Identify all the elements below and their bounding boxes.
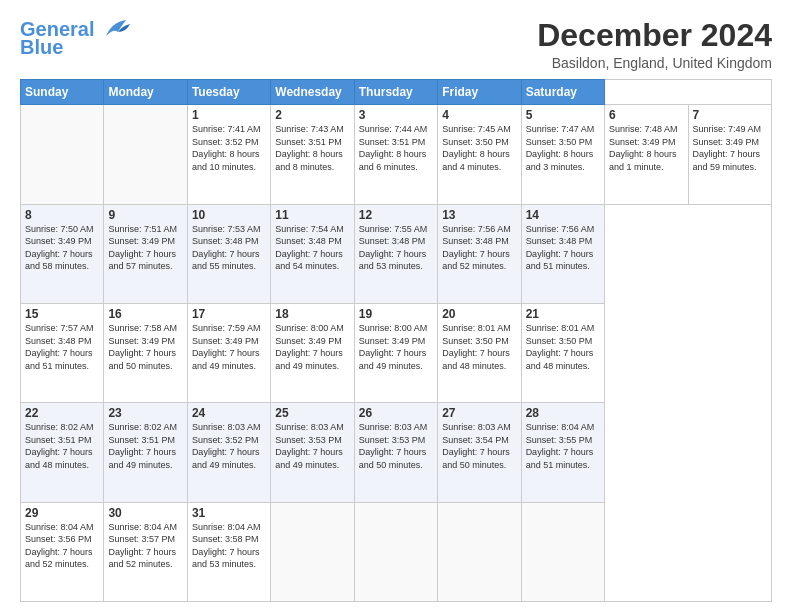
day-info: Sunrise: 7:54 AMSunset: 3:48 PMDaylight:… — [275, 223, 349, 273]
calendar-day-cell: 25Sunrise: 8:03 AMSunset: 3:53 PMDayligh… — [271, 403, 354, 502]
calendar-week-row: 29Sunrise: 8:04 AMSunset: 3:56 PMDayligh… — [21, 502, 772, 601]
logo: General Blue — [20, 18, 130, 59]
calendar-header-row: SundayMondayTuesdayWednesdayThursdayFrid… — [21, 80, 772, 105]
calendar-day-cell: 27Sunrise: 8:03 AMSunset: 3:54 PMDayligh… — [438, 403, 521, 502]
day-info: Sunrise: 7:44 AMSunset: 3:51 PMDaylight:… — [359, 123, 433, 173]
day-number: 25 — [275, 406, 349, 420]
calendar-day-cell — [271, 502, 354, 601]
day-info: Sunrise: 7:58 AMSunset: 3:49 PMDaylight:… — [108, 322, 182, 372]
day-number: 20 — [442, 307, 516, 321]
day-number: 28 — [526, 406, 600, 420]
day-info: Sunrise: 8:00 AMSunset: 3:49 PMDaylight:… — [275, 322, 349, 372]
day-number: 29 — [25, 506, 99, 520]
calendar-week-row: 1Sunrise: 7:41 AMSunset: 3:52 PMDaylight… — [21, 105, 772, 204]
calendar-day-cell: 2Sunrise: 7:43 AMSunset: 3:51 PMDaylight… — [271, 105, 354, 204]
calendar-day-cell: 19Sunrise: 8:00 AMSunset: 3:49 PMDayligh… — [354, 303, 437, 402]
day-info: Sunrise: 8:04 AMSunset: 3:57 PMDaylight:… — [108, 521, 182, 571]
day-info: Sunrise: 7:56 AMSunset: 3:48 PMDaylight:… — [442, 223, 516, 273]
day-number: 9 — [108, 208, 182, 222]
calendar-day-cell — [21, 105, 104, 204]
calendar-day-cell — [104, 105, 187, 204]
weekday-header: Tuesday — [187, 80, 270, 105]
day-number: 11 — [275, 208, 349, 222]
day-number: 4 — [442, 108, 516, 122]
day-info: Sunrise: 7:56 AMSunset: 3:48 PMDaylight:… — [526, 223, 600, 273]
day-info: Sunrise: 8:00 AMSunset: 3:49 PMDaylight:… — [359, 322, 433, 372]
calendar-day-cell: 9Sunrise: 7:51 AMSunset: 3:49 PMDaylight… — [104, 204, 187, 303]
day-number: 1 — [192, 108, 266, 122]
day-number: 6 — [609, 108, 683, 122]
day-number: 12 — [359, 208, 433, 222]
calendar-day-cell: 15Sunrise: 7:57 AMSunset: 3:48 PMDayligh… — [21, 303, 104, 402]
calendar-day-cell: 28Sunrise: 8:04 AMSunset: 3:55 PMDayligh… — [521, 403, 604, 502]
day-info: Sunrise: 8:01 AMSunset: 3:50 PMDaylight:… — [526, 322, 600, 372]
day-info: Sunrise: 7:59 AMSunset: 3:49 PMDaylight:… — [192, 322, 266, 372]
day-info: Sunrise: 7:50 AMSunset: 3:49 PMDaylight:… — [25, 223, 99, 273]
day-info: Sunrise: 8:02 AMSunset: 3:51 PMDaylight:… — [108, 421, 182, 471]
title-section: December 2024 Basildon, England, United … — [537, 18, 772, 71]
calendar-day-cell: 20Sunrise: 8:01 AMSunset: 3:50 PMDayligh… — [438, 303, 521, 402]
day-number: 27 — [442, 406, 516, 420]
calendar-day-cell: 13Sunrise: 7:56 AMSunset: 3:48 PMDayligh… — [438, 204, 521, 303]
day-info: Sunrise: 7:48 AMSunset: 3:49 PMDaylight:… — [609, 123, 683, 173]
day-number: 23 — [108, 406, 182, 420]
calendar-day-cell: 18Sunrise: 8:00 AMSunset: 3:49 PMDayligh… — [271, 303, 354, 402]
day-number: 7 — [693, 108, 768, 122]
calendar-day-cell: 16Sunrise: 7:58 AMSunset: 3:49 PMDayligh… — [104, 303, 187, 402]
weekday-header: Saturday — [521, 80, 604, 105]
day-info: Sunrise: 8:03 AMSunset: 3:54 PMDaylight:… — [442, 421, 516, 471]
calendar-day-cell: 23Sunrise: 8:02 AMSunset: 3:51 PMDayligh… — [104, 403, 187, 502]
subtitle: Basildon, England, United Kingdom — [537, 55, 772, 71]
day-info: Sunrise: 8:03 AMSunset: 3:52 PMDaylight:… — [192, 421, 266, 471]
day-number: 19 — [359, 307, 433, 321]
calendar-day-cell: 1Sunrise: 7:41 AMSunset: 3:52 PMDaylight… — [187, 105, 270, 204]
calendar-day-cell: 17Sunrise: 7:59 AMSunset: 3:49 PMDayligh… — [187, 303, 270, 402]
day-info: Sunrise: 7:57 AMSunset: 3:48 PMDaylight:… — [25, 322, 99, 372]
calendar-day-cell: 29Sunrise: 8:04 AMSunset: 3:56 PMDayligh… — [21, 502, 104, 601]
main-title: December 2024 — [537, 18, 772, 53]
day-info: Sunrise: 8:04 AMSunset: 3:58 PMDaylight:… — [192, 521, 266, 571]
day-number: 30 — [108, 506, 182, 520]
day-info: Sunrise: 7:55 AMSunset: 3:48 PMDaylight:… — [359, 223, 433, 273]
day-number: 26 — [359, 406, 433, 420]
day-number: 21 — [526, 307, 600, 321]
weekday-header: Sunday — [21, 80, 104, 105]
weekday-header: Wednesday — [271, 80, 354, 105]
weekday-header: Friday — [438, 80, 521, 105]
calendar-day-cell: 5Sunrise: 7:47 AMSunset: 3:50 PMDaylight… — [521, 105, 604, 204]
day-number: 18 — [275, 307, 349, 321]
calendar-day-cell: 10Sunrise: 7:53 AMSunset: 3:48 PMDayligh… — [187, 204, 270, 303]
calendar-day-cell — [438, 502, 521, 601]
day-number: 17 — [192, 307, 266, 321]
calendar-table: SundayMondayTuesdayWednesdayThursdayFrid… — [20, 79, 772, 602]
calendar-day-cell: 7Sunrise: 7:49 AMSunset: 3:49 PMDaylight… — [688, 105, 772, 204]
day-number: 31 — [192, 506, 266, 520]
day-info: Sunrise: 8:04 AMSunset: 3:55 PMDaylight:… — [526, 421, 600, 471]
day-number: 13 — [442, 208, 516, 222]
calendar-day-cell — [521, 502, 604, 601]
day-info: Sunrise: 8:03 AMSunset: 3:53 PMDaylight:… — [275, 421, 349, 471]
header: General Blue December 2024 Basildon, Eng… — [20, 18, 772, 71]
day-info: Sunrise: 7:51 AMSunset: 3:49 PMDaylight:… — [108, 223, 182, 273]
logo-bird-icon — [98, 18, 130, 40]
logo-blue: Blue — [20, 36, 63, 59]
calendar-day-cell: 8Sunrise: 7:50 AMSunset: 3:49 PMDaylight… — [21, 204, 104, 303]
day-info: Sunrise: 7:43 AMSunset: 3:51 PMDaylight:… — [275, 123, 349, 173]
day-info: Sunrise: 8:04 AMSunset: 3:56 PMDaylight:… — [25, 521, 99, 571]
day-info: Sunrise: 7:53 AMSunset: 3:48 PMDaylight:… — [192, 223, 266, 273]
weekday-header: Thursday — [354, 80, 437, 105]
calendar-day-cell: 31Sunrise: 8:04 AMSunset: 3:58 PMDayligh… — [187, 502, 270, 601]
page: General Blue December 2024 Basildon, Eng… — [0, 0, 792, 612]
day-number: 24 — [192, 406, 266, 420]
day-number: 15 — [25, 307, 99, 321]
day-number: 14 — [526, 208, 600, 222]
calendar-day-cell: 12Sunrise: 7:55 AMSunset: 3:48 PMDayligh… — [354, 204, 437, 303]
calendar-day-cell: 21Sunrise: 8:01 AMSunset: 3:50 PMDayligh… — [521, 303, 604, 402]
calendar-day-cell: 30Sunrise: 8:04 AMSunset: 3:57 PMDayligh… — [104, 502, 187, 601]
day-number: 8 — [25, 208, 99, 222]
day-info: Sunrise: 7:47 AMSunset: 3:50 PMDaylight:… — [526, 123, 600, 173]
day-number: 16 — [108, 307, 182, 321]
day-info: Sunrise: 7:45 AMSunset: 3:50 PMDaylight:… — [442, 123, 516, 173]
calendar-day-cell: 24Sunrise: 8:03 AMSunset: 3:52 PMDayligh… — [187, 403, 270, 502]
day-info: Sunrise: 7:41 AMSunset: 3:52 PMDaylight:… — [192, 123, 266, 173]
